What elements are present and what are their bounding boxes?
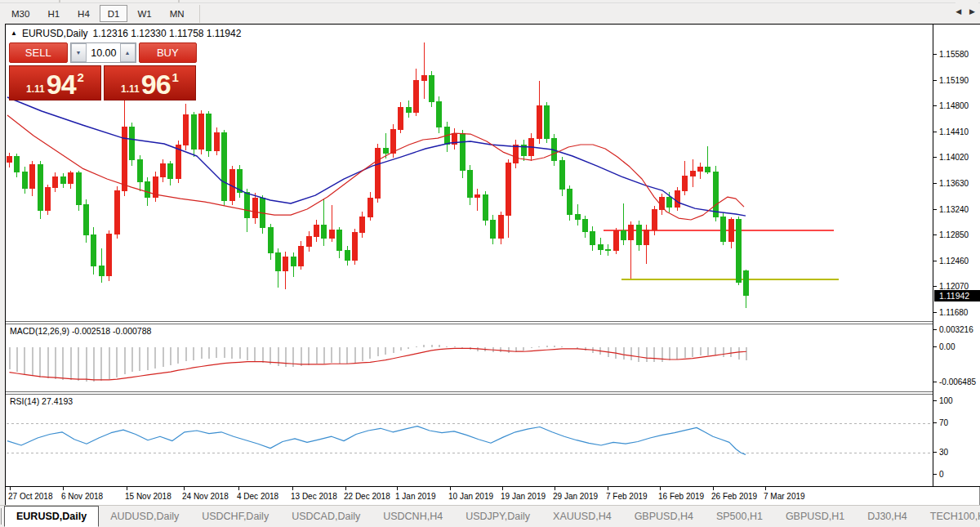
- candle-body: [69, 173, 74, 183]
- chart-window: ▲ EURUSD,Daily 1.12316 1.12330 1.11758 1…: [5, 24, 980, 487]
- candle-body: [475, 195, 480, 197]
- candle-body: [383, 148, 388, 153]
- tabs-scroll-left-icon[interactable]: ◀: [956, 7, 961, 16]
- volume-input[interactable]: 10.00: [87, 43, 120, 62]
- time-scale-tick: [713, 487, 714, 490]
- time-scale-label: 7 Feb 2019: [606, 492, 648, 501]
- trading-platform-window: M30H1H4D1W1MN ▲ EURUSD,Daily 1.12316 1.1…: [0, 0, 980, 527]
- candle-body: [583, 220, 588, 232]
- tab-gbpusd-h1[interactable]: GBPUSD,H1: [774, 506, 856, 527]
- candle-body: [498, 216, 503, 239]
- bid-price-prefix: 1.11: [26, 83, 45, 95]
- tab-usdchf-daily[interactable]: USDCHF,Daily: [190, 506, 280, 527]
- candle-body: [276, 252, 281, 271]
- macd-scale-label: -0.006485: [939, 377, 976, 386]
- time-scale-label: 29 Jan 2019: [553, 492, 598, 501]
- candle-body: [107, 234, 112, 276]
- candle-body: [299, 246, 304, 266]
- tab-usdjpy-daily[interactable]: USDJPY,Daily: [454, 506, 541, 527]
- price-scale-label: 1.15190: [939, 76, 969, 85]
- timeframe-button-m30[interactable]: M30: [3, 5, 38, 22]
- time-scale-tick: [502, 487, 503, 490]
- rsi-chart-canvas[interactable]: [7, 395, 933, 486]
- candle-body: [406, 108, 411, 113]
- ask-quote-panel[interactable]: 1.11 96 1: [104, 65, 196, 100]
- tab-tech100-h1[interactable]: TECH100,H1: [919, 506, 980, 527]
- candle-body: [590, 231, 595, 244]
- candle-body: [207, 114, 212, 151]
- symbol-title: EURUSD,Daily: [22, 28, 88, 39]
- candle-body: [306, 237, 311, 246]
- candle-body: [60, 177, 65, 183]
- candle-body: [245, 192, 250, 217]
- macd-label: MACD(12,26,9) -0.002518 -0.000788: [10, 326, 151, 336]
- candle-body: [698, 167, 703, 172]
- price-scale: 1.155801.151901.148001.144101.140201.136…: [933, 25, 980, 486]
- candle-body: [368, 199, 372, 217]
- rsi-scale-label: 0: [939, 470, 944, 479]
- time-scale-tick: [10, 487, 11, 490]
- buy-button[interactable]: BUY: [139, 42, 198, 63]
- bid-price-sup: 2: [78, 70, 84, 84]
- ask-price-prefix: 1.11: [121, 83, 140, 95]
- candle-body: [744, 270, 749, 295]
- candle-body: [644, 230, 649, 245]
- tab-audusd-daily[interactable]: AUDUSD,Daily: [99, 506, 190, 527]
- candle-body: [191, 115, 196, 149]
- tab-dj30-h4[interactable]: DJ30,H4: [856, 506, 919, 527]
- macd-scale-label: 0.003216: [939, 325, 973, 334]
- candle-body: [721, 217, 726, 241]
- tabs-scroll-right-icon[interactable]: ▶: [969, 7, 975, 16]
- tab-eurusd-daily[interactable]: EURUSD,Daily: [4, 506, 99, 527]
- candle-body: [613, 230, 618, 250]
- timeframe-button-d1[interactable]: D1: [100, 5, 128, 22]
- candle-body: [460, 133, 465, 170]
- current-price-badge: 1.11942: [934, 290, 980, 301]
- candle-body: [713, 172, 718, 217]
- time-scale-label: 19 Jan 2019: [501, 492, 546, 501]
- candle-body: [559, 161, 564, 190]
- candle-body: [706, 167, 710, 172]
- sell-button[interactable]: SELL: [9, 42, 68, 63]
- time-scale-tick: [608, 487, 608, 490]
- timeframe-button-h4[interactable]: H4: [69, 5, 98, 22]
- timeframe-button-h1[interactable]: H1: [39, 5, 68, 22]
- tab-sp500-h1[interactable]: SP500,H1: [705, 506, 774, 527]
- tab-usdcad-daily[interactable]: USDCAD,Daily: [280, 506, 372, 527]
- time-scale-tick: [397, 487, 398, 490]
- price-scale-label: 1.13240: [939, 205, 969, 214]
- tab-xauusd-h4[interactable]: XAUUSD,H4: [541, 506, 623, 527]
- timeframe-button-mn[interactable]: MN: [162, 5, 193, 22]
- price-scale-label: 1.12850: [939, 230, 969, 239]
- ask-price-big: 96: [141, 71, 171, 97]
- candle-body: [399, 108, 403, 130]
- volume-stepper: ▼ 10.00 ▲: [70, 42, 136, 63]
- time-scale-tick: [660, 487, 661, 490]
- tab-scroll-arrows: ◀ ▶: [956, 0, 978, 22]
- time-scale-label: 15 Nov 2018: [125, 492, 172, 501]
- time-scale: 27 Oct 20186 Nov 201815 Nov 201824 Nov 2…: [5, 487, 980, 505]
- candle-body: [606, 249, 611, 251]
- candle-body: [283, 257, 288, 271]
- candle-body: [353, 233, 358, 261]
- chart-tabs-bar: EURUSD,DailyAUDUSD,DailyUSDCHF,DailyUSDC…: [0, 505, 980, 527]
- volume-increase-button[interactable]: ▲: [120, 43, 136, 62]
- volume-decrease-button[interactable]: ▼: [71, 43, 87, 62]
- candle-body: [360, 217, 365, 232]
- candle-body: [675, 191, 679, 207]
- tab-usdcnh-h4[interactable]: USDCNH,H4: [372, 506, 454, 527]
- candle-body: [199, 114, 204, 149]
- toolbar-grip: [59, 0, 60, 2]
- toolbar-drag-strip[interactable]: [0, 0, 980, 3]
- time-scale-label: 13 Dec 2018: [291, 492, 337, 501]
- candle-body: [30, 164, 35, 188]
- symbol-arrow-icon: ▲: [11, 29, 17, 37]
- candle-body: [114, 191, 119, 234]
- candle-body: [483, 195, 488, 221]
- timeframe-button-w1[interactable]: W1: [129, 5, 159, 22]
- candle-body: [414, 81, 419, 113]
- candle-body: [91, 234, 96, 266]
- candle-body: [184, 115, 189, 145]
- bid-quote-panel[interactable]: 1.11 94 2: [9, 65, 101, 100]
- tab-gbpusd-h4[interactable]: GBPUSD,H4: [623, 506, 705, 527]
